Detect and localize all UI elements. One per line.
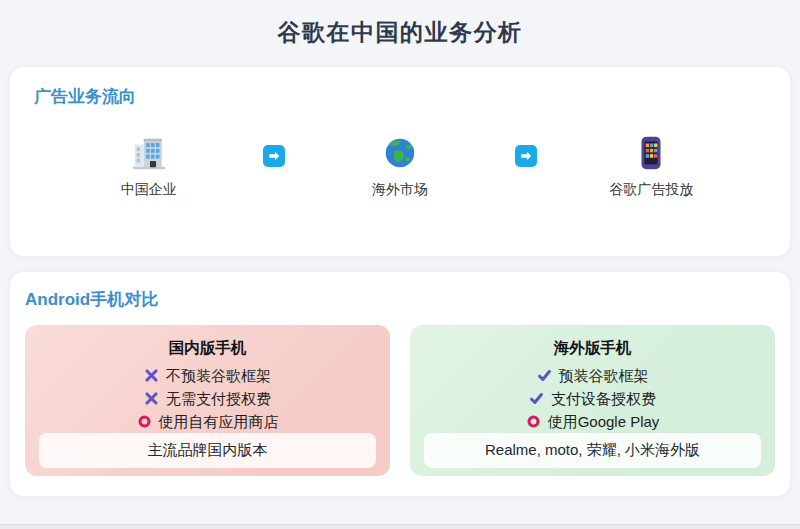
list-item-text: 支付设备授权费: [551, 387, 656, 410]
flow-step-google-ads: 谷歌广告投放: [606, 134, 696, 199]
list-item: 预装谷歌框架: [424, 364, 761, 387]
ad-flow-heading: 广告业务流向: [34, 85, 766, 108]
android-compare-card: Android手机对比 国内版手机 不预装谷歌框架 无需支付授权费 使用自有应用…: [9, 271, 791, 497]
smartphone-apps-icon: [632, 134, 670, 172]
page-bottom-divider: [0, 524, 800, 529]
list-item: 无需支付授权费: [39, 387, 376, 410]
list-item-text: 预装谷歌框架: [559, 364, 649, 387]
list-item-text: 不预装谷歌框架: [166, 364, 271, 387]
panel-title: 海外版手机: [424, 338, 761, 359]
circle-icon: [526, 414, 541, 429]
panel-item-list: 不预装谷歌框架 无需支付授权费 使用自有应用商店: [39, 364, 376, 433]
check-icon: [529, 391, 544, 406]
arrow-right-icon: [263, 145, 285, 167]
office-building-icon: [130, 134, 168, 172]
circle-icon: [137, 414, 152, 429]
list-item-text: 使用Google Play: [548, 410, 660, 433]
ad-flow-diagram: 中国企业 海外市场: [34, 134, 766, 199]
list-item: 使用自有应用商店: [39, 410, 376, 433]
page-title: 谷歌在中国的业务分析: [0, 0, 800, 66]
overseas-footer-pill: Realme, moto, 荣耀, 小米海外版: [424, 433, 761, 468]
panel-title: 国内版手机: [39, 338, 376, 359]
flow-step-overseas-market: 海外市场: [355, 134, 445, 199]
list-item-text: 使用自有应用商店: [159, 410, 279, 433]
check-icon: [537, 368, 552, 383]
flow-step-label: 中国企业: [121, 181, 177, 199]
list-item: 支付设备授权费: [424, 387, 761, 410]
panel-item-list: 预装谷歌框架 支付设备授权费 使用Google Play: [424, 364, 761, 433]
cross-icon: [144, 391, 159, 406]
cross-icon: [144, 368, 159, 383]
overseas-phone-panel: 海外版手机 预装谷歌框架 支付设备授权费 使用Google Play Realm…: [410, 325, 775, 476]
ad-flow-card: 广告业务流向 中国企业: [9, 66, 791, 257]
android-compare-heading: Android手机对比: [25, 288, 775, 311]
flow-step-label: 谷歌广告投放: [609, 181, 693, 199]
globe-icon: [381, 134, 419, 172]
list-item-text: 无需支付授权费: [166, 387, 271, 410]
arrow-right-icon: [515, 145, 537, 167]
domestic-footer-pill: 主流品牌国内版本: [39, 433, 376, 468]
compare-panels: 国内版手机 不预装谷歌框架 无需支付授权费 使用自有应用商店 主流品牌国内版本 …: [25, 325, 775, 476]
flow-step-china-company: 中国企业: [104, 134, 194, 199]
flow-step-label: 海外市场: [372, 181, 428, 199]
list-item: 使用Google Play: [424, 410, 761, 433]
domestic-phone-panel: 国内版手机 不预装谷歌框架 无需支付授权费 使用自有应用商店 主流品牌国内版本: [25, 325, 390, 476]
list-item: 不预装谷歌框架: [39, 364, 376, 387]
